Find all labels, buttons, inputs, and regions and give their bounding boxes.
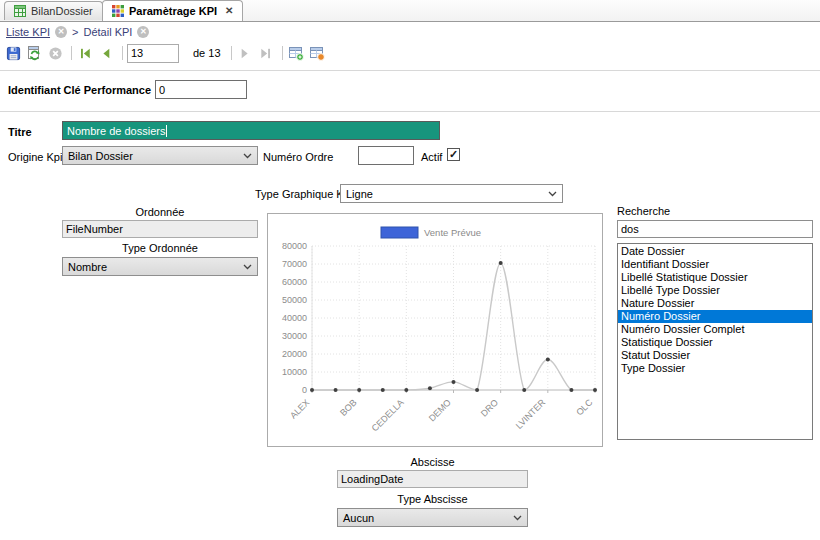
- origine-kpi-label: Origine Kpi: [8, 151, 62, 163]
- field-listbox: Date DossierIdentifiant DossierLibellé S…: [617, 243, 813, 440]
- record-count-label: de 13: [193, 47, 221, 59]
- breadcrumb-link-liste-kpi[interactable]: Liste KPI: [6, 26, 50, 38]
- list-item[interactable]: Date Dossier: [618, 245, 812, 258]
- recherche-input[interactable]: dos: [617, 220, 813, 238]
- svg-text:OLC: OLC: [574, 397, 595, 418]
- save-icon: [6, 46, 21, 61]
- list-item[interactable]: Libellé Statistique Dossier: [618, 271, 812, 284]
- breadcrumb-separator: >: [72, 26, 78, 38]
- tab-label: Paramètrage KPI: [129, 5, 217, 17]
- tab-parametrage-kpi[interactable]: Paramètrage KPI ✕: [102, 0, 243, 21]
- list-item[interactable]: Statistique Dossier: [618, 336, 812, 349]
- svg-text:DRO: DRO: [479, 397, 500, 418]
- chevron-down-icon: [243, 264, 252, 270]
- list-item[interactable]: Type Dossier: [618, 362, 812, 375]
- toolbar-separator: [282, 46, 283, 60]
- svg-text:LVINTER: LVINTER: [514, 397, 548, 431]
- toolbar-separator: [231, 46, 232, 60]
- actif-label: Actif: [421, 151, 442, 163]
- titre-input[interactable]: Nombre de dossiers: [62, 121, 440, 140]
- tab-bilan-dossier[interactable]: BilanDossier: [4, 1, 103, 20]
- save-button[interactable]: [4, 44, 22, 62]
- svg-text:50000: 50000: [282, 295, 307, 305]
- previous-record-button[interactable]: [97, 44, 115, 62]
- grid-remove-button[interactable]: [308, 44, 326, 62]
- record-index-input[interactable]: [127, 44, 179, 63]
- toolbar-separator: [71, 46, 72, 60]
- origine-kpi-combo[interactable]: Bilan Dossier: [62, 146, 258, 165]
- svg-text:10000: 10000: [282, 367, 307, 377]
- kpi-chart: 0100002000030000400005000060000700008000…: [267, 213, 603, 447]
- grid-add-button[interactable]: [287, 44, 305, 62]
- svg-text:DEMO: DEMO: [427, 397, 453, 423]
- actif-checkbox[interactable]: ✓: [447, 148, 460, 161]
- svg-text:ALEX: ALEX: [288, 397, 311, 420]
- cancel-button[interactable]: [46, 44, 64, 62]
- numero-ordre-input[interactable]: [358, 146, 414, 165]
- svg-text:Vente Prévue: Vente Prévue: [424, 227, 481, 238]
- refresh-button[interactable]: [25, 44, 43, 62]
- type-ordonnee-label: Type Ordonnée: [62, 242, 258, 254]
- previous-record-icon: [99, 46, 114, 61]
- svg-text:40000: 40000: [282, 313, 307, 323]
- abscisse-input[interactable]: LoadingDate: [337, 470, 528, 488]
- chevron-down-icon: [513, 515, 522, 521]
- cancel-icon: [48, 46, 63, 61]
- chevron-down-icon: [243, 153, 252, 159]
- type-ordonnee-combo[interactable]: Nombre: [62, 257, 258, 276]
- titre-label: Titre: [8, 126, 32, 138]
- first-record-button[interactable]: [76, 44, 94, 62]
- abscisse-label: Abscisse: [337, 456, 528, 468]
- identifiant-label: Identifiant Clé Performance: [8, 84, 151, 96]
- identifiant-input[interactable]: 0: [155, 80, 247, 99]
- svg-text:80000: 80000: [282, 241, 307, 251]
- tab-strip: BilanDossier Paramètrage KPI ✕: [0, 0, 820, 22]
- next-record-button[interactable]: [236, 44, 254, 62]
- breadcrumb-item-detail-kpi[interactable]: Détail KPI: [83, 26, 132, 38]
- grid-add-icon: [288, 45, 304, 61]
- grid-remove-icon: [309, 45, 325, 61]
- breadcrumb-remove-icon[interactable]: ✕: [137, 26, 149, 38]
- toolbar-separator: [122, 46, 123, 60]
- divider: [0, 70, 820, 71]
- kpi-chart-svg: 0100002000030000400005000060000700008000…: [268, 214, 602, 446]
- type-abscisse-combo[interactable]: Aucun: [337, 508, 528, 527]
- ordonnee-label: Ordonnée: [62, 206, 258, 218]
- list-item[interactable]: Libellé Type Dossier: [618, 284, 812, 297]
- svg-text:CEDELLA: CEDELLA: [370, 397, 406, 433]
- recherche-label: Recherche: [617, 205, 670, 217]
- breadcrumb: Liste KPI ✕ > Détail KPI ✕: [6, 25, 149, 39]
- svg-text:60000: 60000: [282, 277, 307, 287]
- svg-text:0: 0: [302, 385, 307, 395]
- svg-text:20000: 20000: [282, 349, 307, 359]
- type-abscisse-label: Type Abscisse: [337, 493, 528, 505]
- last-record-button[interactable]: [257, 44, 275, 62]
- svg-text:70000: 70000: [282, 259, 307, 269]
- divider: [0, 111, 820, 112]
- ordonnee-input[interactable]: FileNumber: [62, 220, 258, 238]
- list-item[interactable]: Numéro Dossier: [618, 310, 812, 323]
- type-graphique-label: Type Graphique Kpi: [255, 188, 352, 200]
- app-window: BilanDossier Paramètrage KPI ✕ Liste KPI…: [0, 0, 820, 540]
- list-item[interactable]: Numéro Dossier Complet: [618, 323, 812, 336]
- numero-ordre-label: Numéro Ordre: [263, 151, 333, 163]
- first-record-icon: [78, 46, 93, 61]
- list-item[interactable]: Nature Dossier: [618, 297, 812, 310]
- list-item[interactable]: Statut Dossier: [618, 349, 812, 362]
- svg-text:BOB: BOB: [338, 397, 359, 418]
- tab-label: BilanDossier: [31, 5, 93, 17]
- green-table-icon: [14, 5, 26, 17]
- next-record-icon: [237, 46, 252, 61]
- colored-grid-icon: [112, 5, 124, 17]
- last-record-icon: [258, 46, 273, 61]
- chevron-down-icon: [548, 191, 557, 197]
- breadcrumb-remove-icon[interactable]: ✕: [55, 26, 67, 38]
- refresh-icon: [26, 45, 42, 61]
- list-item[interactable]: Identifiant Dossier: [618, 258, 812, 271]
- record-toolbar: de 13: [4, 43, 329, 63]
- svg-text:30000: 30000: [282, 331, 307, 341]
- type-graphique-combo[interactable]: Ligne: [340, 184, 563, 203]
- tab-close-icon[interactable]: ✕: [225, 6, 233, 16]
